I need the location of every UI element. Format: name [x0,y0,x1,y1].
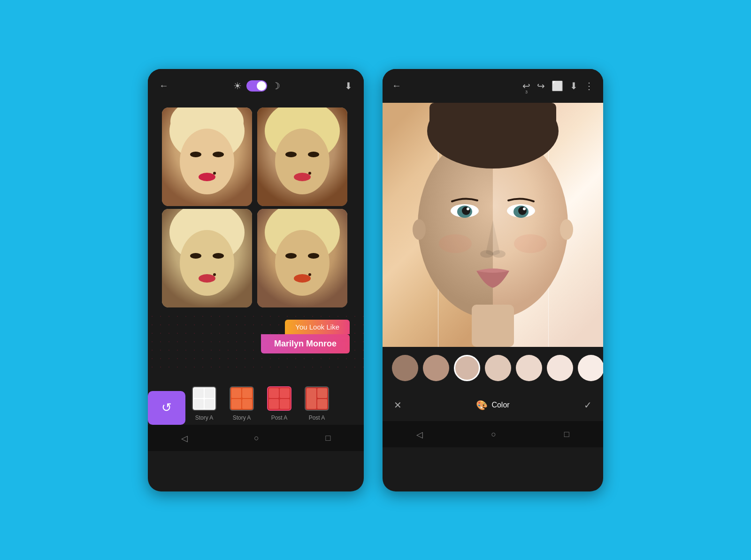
undo-wrap: ↩ 3 [522,80,530,92]
refresh-icon-wrap: ↺ [153,395,180,421]
swatch-5[interactable] [516,355,542,381]
svg-point-5 [213,152,224,157]
left-header: ← ☀ ☽ ⬇ [148,69,364,103]
color-palette-icon: 🎨 [476,399,488,411]
face-image-4[interactable] [257,209,347,307]
svg-point-12 [308,152,319,157]
face-image-1[interactable] [162,107,252,206]
svg-point-13 [294,173,311,181]
left-nav-back[interactable]: ◁ [181,433,188,444]
face-image-2[interactable] [257,107,347,206]
swatch-2[interactable] [423,355,449,381]
banner-area: You Look Like Marilyn Monroe [148,312,364,368]
svg-rect-34 [429,103,556,136]
svg-point-36 [560,219,573,240]
svg-point-7 [213,172,216,175]
right-nav-square[interactable]: □ [564,430,569,439]
right-nav-bar: ◁ ○ □ [383,421,603,447]
svg-point-20 [199,274,215,283]
svg-point-10 [275,129,330,194]
svg-point-4 [190,152,201,157]
story-a-2-label: Story A [233,414,251,421]
left-nav-home[interactable]: ○ [254,433,259,443]
story-a-2-icon [229,385,255,412]
sun-icon: ☀ [233,80,242,92]
toolbar-refresh[interactable]: ↺ [148,391,185,425]
svg-point-25 [285,253,297,259]
toolbar-post-a-1[interactable]: Post A [261,382,298,425]
celebrity-name: Marilyn Monroe [261,334,350,353]
redo-button[interactable]: ↪ [537,80,545,92]
right-header: ← ↩ 3 ↪ ⬜ ⬇ ⋮ [383,69,603,103]
face-image-3[interactable] [162,209,252,307]
download-button[interactable]: ⬇ [345,80,353,92]
post-a-1-label: Post A [271,414,288,421]
swatch-7[interactable] [578,355,603,381]
svg-point-41 [467,207,469,210]
face-portrait [383,103,603,347]
left-nav-square[interactable]: □ [325,433,330,443]
right-back-button[interactable]: ← [392,80,401,91]
toolbar-story-a-1[interactable]: Story A [185,382,223,425]
cancel-button[interactable]: ✕ [394,399,402,411]
swatch-3[interactable] [454,355,480,381]
svg-point-19 [213,253,224,259]
theme-toggle[interactable] [246,80,267,92]
svg-point-44 [518,207,527,215]
svg-point-45 [523,207,526,210]
header-controls: ☀ ☽ [233,80,280,92]
svg-point-14 [308,172,311,175]
svg-point-48 [439,234,472,253]
refresh-icon: ↺ [161,400,172,415]
svg-point-49 [514,234,547,253]
undo-count: 3 [525,90,528,94]
confirm-button[interactable]: ✓ [584,399,592,411]
svg-point-47 [492,250,506,258]
swatch-4[interactable] [485,355,511,381]
svg-rect-37 [472,305,514,347]
svg-point-28 [308,273,311,276]
swatch-6[interactable] [547,355,573,381]
post-a-2-label: Post A [309,414,325,421]
story-a-1-icon [191,385,217,412]
svg-point-3 [180,129,234,194]
svg-point-24 [275,230,330,296]
more-button[interactable]: ⋮ [584,80,594,92]
toolbar-post-a-2[interactable]: Post A [298,382,336,425]
right-nav-back[interactable]: ◁ [416,430,423,440]
svg-point-17 [180,230,234,296]
toolbar-story-a-2[interactable]: Story A [223,382,261,425]
back-button[interactable]: ← [159,80,169,91]
post-a-2-icon [304,385,330,412]
right-header-icons: ↩ 3 ↪ ⬜ ⬇ ⋮ [522,80,594,92]
right-phone: ← ↩ 3 ↪ ⬜ ⬇ ⋮ [383,69,603,491]
left-nav-bar: ◁ ○ □ [148,425,364,451]
color-label-wrap: 🎨 Color [476,399,509,411]
compare-button[interactable]: ⬜ [552,80,563,92]
color-label: Color [491,401,509,409]
svg-point-6 [199,173,215,181]
svg-point-27 [294,274,311,283]
moon-icon: ☽ [272,80,280,92]
right-nav-home[interactable]: ○ [491,430,496,439]
svg-point-40 [462,207,470,215]
left-phone: ← ☀ ☽ ⬇ [148,69,364,491]
svg-point-21 [213,273,216,276]
toggle-thumb [257,81,266,91]
face-comparison-area[interactable] [383,103,603,347]
swatch-1[interactable] [392,355,418,381]
right-download-button[interactable]: ⬇ [570,80,578,92]
color-swatches-row [383,347,603,389]
svg-point-46 [480,250,493,258]
color-tool-bar: ✕ 🎨 Color ✓ [383,389,603,421]
post-a-1-icon [266,385,292,412]
svg-point-18 [190,253,201,259]
bottom-toolbar: ↺ Story A [148,368,364,425]
svg-point-11 [285,152,297,157]
svg-point-35 [413,219,426,240]
story-a-1-label: Story A [195,414,214,421]
svg-point-26 [308,253,319,259]
you-look-like-label: You Look Like [285,320,350,334]
image-grid [148,103,364,312]
